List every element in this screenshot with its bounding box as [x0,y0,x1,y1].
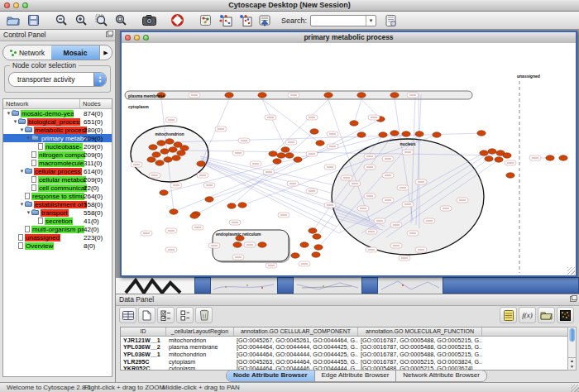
network-node[interactable] [324,93,333,98]
attribute-matrix-button[interactable] [557,307,574,323]
network-node[interactable] [225,93,233,98]
tab-edge-attribute-browser[interactable]: Edge Attribute Browser [315,370,397,381]
network-node[interactable] [180,146,189,151]
node-color-dropdown[interactable]: transporter activity ▲▼ [8,72,107,87]
window-resize-grip[interactable] [567,267,575,275]
tree-col-network[interactable]: Network [3,99,80,108]
network-node[interactable] [546,155,554,161]
network-node[interactable] [310,129,318,135]
table-row[interactable]: YPL036W__2plasma membrane[GO:0044464, GO… [121,344,567,351]
network-node[interactable] [281,147,290,153]
tree-row[interactable]: ▼transport558(0) [3,208,112,217]
network-node[interactable] [291,253,299,259]
network-node[interactable] [205,197,213,203]
table-column-header[interactable]: _cellularLayoutRegion [166,327,234,336]
expand-arrow-icon[interactable]: ▼ [12,119,18,124]
search-dropdown-arrow[interactable]: ▼ [366,16,376,26]
function-builder-button[interactable]: f(x) [519,307,536,323]
zoom-fit-button[interactable] [111,13,131,28]
network-node[interactable] [314,245,323,251]
network-node[interactable] [379,132,387,138]
apply-layout-button[interactable] [195,13,215,28]
tree-row[interactable]: macromolecule311(0) [3,159,112,167]
save-button[interactable] [23,13,43,28]
copy-network-view-button[interactable] [215,13,235,28]
network-node[interactable] [177,151,185,156]
network-node[interactable] [269,151,277,157]
zoom-selected-button[interactable] [91,13,111,28]
network-node[interactable] [149,145,157,151]
scrollbar-arrows[interactable]: ▲▼ [568,357,576,370]
network-node[interactable] [147,157,156,163]
open-button[interactable] [3,13,23,28]
tree-row[interactable]: ▼cellular process614(0) [3,167,112,175]
import-annotation-button[interactable] [255,13,275,28]
float-panel-icon[interactable] [570,296,577,302]
tree-row[interactable]: unassigned223(0) [3,233,112,241]
delete-attribute-button[interactable] [195,307,213,323]
network-node[interactable] [559,155,567,161]
network-node[interactable] [433,132,441,138]
network-node[interactable] [285,153,294,159]
network-node[interactable] [485,156,493,162]
background-window-titlebar[interactable] [443,277,579,294]
network-node[interactable] [164,157,172,163]
network-node[interactable] [313,234,321,240]
tree-row[interactable]: cellular metabol209(0) [3,175,112,184]
select-attributes-button[interactable] [157,307,175,323]
tab-network[interactable]: Network [3,45,51,60]
search-input[interactable]: ▼ [310,15,376,26]
expand-arrow-icon[interactable]: ▼ [19,202,25,207]
zoom-out-button[interactable] [51,13,71,28]
network-node[interactable] [477,131,486,136]
table-row[interactable]: YJR121W__1mitochondrion[GO:0045267, GO:0… [121,337,567,344]
snapshot-button[interactable] [139,13,159,28]
expand-arrow-icon[interactable]: ▼ [26,210,31,215]
network-node[interactable] [294,157,302,163]
zoom-in-button[interactable] [71,13,91,28]
table-scrollbar[interactable]: ▲▼ [567,327,577,370]
table-column-header[interactable]: ID [121,327,166,336]
network-node[interactable] [316,141,324,146]
attribute-grid-button[interactable] [119,307,136,323]
network-node[interactable] [258,93,266,98]
tree-col-nodes[interactable]: Nodes [80,99,112,108]
network-node[interactable] [480,151,488,156]
new-attribute-button[interactable] [138,307,156,323]
network-window-titlebar[interactable]: primary metabolic process [122,32,576,44]
table-row[interactable]: YLR295Ccytoplasm[GO:0045263, GO:0044464,… [121,358,567,366]
table-column-header[interactable]: annotation.GO CELLULAR_COMPONENT [234,327,358,336]
network-node[interactable] [506,173,514,179]
scrollbar-thumb[interactable] [569,328,575,342]
expand-arrow-icon[interactable]: ▼ [26,136,31,141]
network-node[interactable] [160,190,168,196]
tree-row[interactable]: secretion41(0) [3,217,112,225]
network-node[interactable] [165,139,174,145]
tree-row[interactable]: cell communicat22(0) [3,184,112,192]
tab-overflow-arrow[interactable]: ▶ [99,45,112,60]
network-canvas[interactable]: plasma membrane cytoplasm mitochondrion … [122,43,576,275]
network-node[interactable] [227,203,236,209]
float-panel-icon[interactable] [106,31,112,37]
network-node[interactable] [233,242,242,248]
network-node[interactable] [172,155,180,161]
network-node[interactable] [488,149,496,155]
network-node[interactable] [357,132,366,138]
network-node[interactable] [309,228,317,234]
tree-row[interactable]: response to stimulu264(0) [3,192,112,200]
network-node[interactable] [157,141,165,146]
network-node[interactable] [350,121,358,127]
expand-arrow-icon[interactable]: ▼ [6,111,12,116]
tab-node-attribute-browser[interactable]: Node Attribute Browser [227,370,315,381]
network-node[interactable] [357,93,366,98]
expand-arrow-icon[interactable]: ▼ [19,169,25,174]
background-window-titlebar[interactable] [277,277,294,294]
network-node[interactable] [190,213,199,219]
tree-row[interactable]: ▼establishment of lo558(0) [3,200,112,208]
tab-mosaic[interactable]: Mosaic [51,45,99,60]
import-attributes-button[interactable] [538,307,555,323]
import-table-button[interactable] [381,13,401,28]
unselect-attributes-button[interactable] [176,307,194,323]
network-node[interactable] [170,209,178,215]
tree-row[interactable]: nucleobase-209(0) [3,142,112,151]
